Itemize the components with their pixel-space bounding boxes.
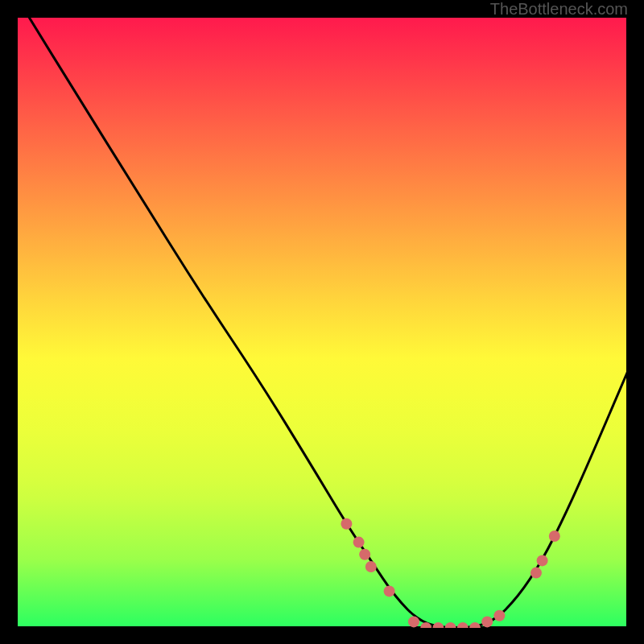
axis-left [16,16,18,628]
axis-right [626,16,628,628]
watermark-text: TheBottleneck.com [490,0,628,19]
axis-bottom [16,626,628,628]
chart-background-gradient [18,18,626,626]
